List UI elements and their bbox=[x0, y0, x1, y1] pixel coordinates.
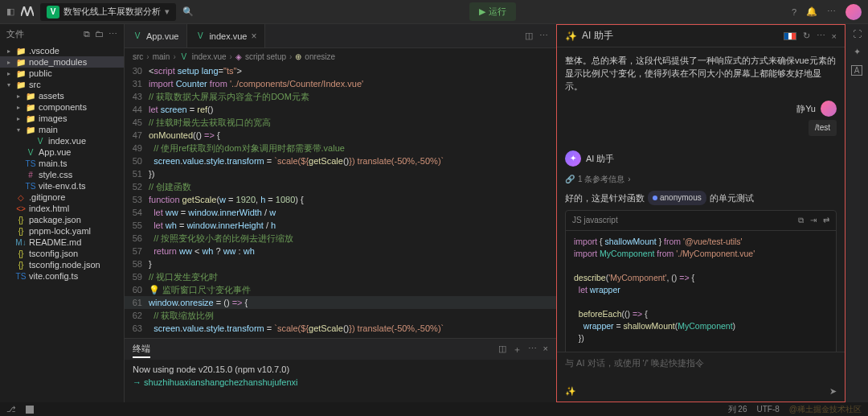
tree-item-index.html[interactable]: <>index.html bbox=[0, 203, 124, 214]
new-file-icon[interactable]: ⧉ bbox=[84, 29, 90, 39]
answer-line: 好的，这是针对函数 anonymous 的单元测试 bbox=[565, 191, 837, 205]
tree-item-vite.config.ts[interactable]: TSvite.config.ts bbox=[0, 270, 124, 282]
code-line: 47onMounted(() => { bbox=[125, 129, 556, 142]
letter-a-icon[interactable]: A bbox=[851, 65, 863, 76]
code-line: 30<script setup lang="ts"> bbox=[125, 64, 556, 77]
more-icon[interactable]: ⋯ bbox=[817, 31, 825, 41]
tree-item-tsconfig.node.json[interactable]: {}tsconfig.node.json bbox=[0, 259, 124, 270]
tree-item-.vscode[interactable]: ▸📁.vscode bbox=[0, 45, 124, 56]
sparkle-icon[interactable]: ✨ bbox=[565, 386, 576, 397]
tree-item-index.vue[interactable]: Vindex.vue bbox=[0, 135, 124, 146]
tree-item-pnpm-lock.yaml[interactable]: {}pnpm-lock.yaml bbox=[0, 225, 124, 237]
username: 静Yu bbox=[796, 102, 816, 115]
ai-intro-text: 整体。总的来看，这段代码提供了一种响应式的方式来确保vue元素的显示比例尺寸变化… bbox=[565, 54, 837, 93]
tab-label: App.vue bbox=[146, 31, 178, 41]
tree-item-main[interactable]: ▾📁main bbox=[0, 124, 124, 135]
tree-item-assets[interactable]: ▸📁assets bbox=[0, 90, 124, 101]
tree-item-README.md[interactable]: M↓README.md bbox=[0, 237, 124, 248]
editor-area: 30<script setup lang="ts">31import Count… bbox=[125, 64, 556, 402]
logo-icon[interactable] bbox=[21, 6, 34, 18]
code-line: 54 let ww = window.innerWidth / w bbox=[125, 206, 556, 219]
close-icon[interactable]: × bbox=[832, 31, 837, 41]
run-label: 运行 bbox=[489, 6, 506, 18]
topbar-center: ▶ 运行 bbox=[202, 2, 784, 21]
tree-item-tsconfig.json[interactable]: {}tsconfig.json bbox=[0, 248, 124, 259]
ai-input-area[interactable]: 与 AI 对话，或使用 '/' 唤起快捷指令 ✨ ➤ bbox=[557, 352, 845, 402]
tab-app-vue[interactable]: V App.vue bbox=[125, 24, 187, 47]
code-line: 49 // 使用ref获取到的dom对象调用时都需要带.value bbox=[125, 142, 556, 154]
tab-index-vue[interactable]: V index.vue × bbox=[187, 24, 265, 47]
topbar-right: ? 🔔 ⋯ bbox=[792, 4, 862, 20]
ai-title: ✨ AI 助手 bbox=[565, 29, 613, 43]
panel-left-icon[interactable]: ◧ bbox=[6, 6, 14, 17]
tree-item-vite-env.d.ts[interactable]: TSvite-env.d.ts bbox=[0, 180, 124, 192]
tree-item-node_modules[interactable]: ▸📁node_modules bbox=[0, 56, 124, 68]
terminal-body[interactable]: Now using node v20.15.0 (npm v10.7.0) → … bbox=[125, 360, 556, 402]
ai-message-row: ✦ AI 助手 bbox=[565, 150, 837, 167]
ai-avatar: ✦ bbox=[565, 150, 581, 167]
project-badge[interactable]: V 数智化线上车展数据分析 ▾ bbox=[40, 3, 176, 21]
insert-icon[interactable]: ⇥ bbox=[810, 214, 817, 227]
bc-item[interactable]: script setup bbox=[245, 52, 286, 61]
more-icon[interactable]: ⋯ bbox=[108, 29, 117, 39]
tree-item-.gitignore[interactable]: ◇.gitignore bbox=[0, 192, 124, 203]
run-button[interactable]: ▶ 运行 bbox=[469, 2, 516, 21]
close-icon[interactable]: × bbox=[543, 344, 548, 356]
code-line: 52// 创建函数 bbox=[125, 180, 556, 193]
history-icon[interactable]: ↻ bbox=[803, 31, 810, 41]
code-lang: JS javascript bbox=[572, 214, 618, 227]
tree-item-src[interactable]: ▾📁src bbox=[0, 79, 124, 90]
tree-item-public[interactable]: ▸📁public bbox=[0, 68, 124, 79]
bc-item[interactable]: index.vue bbox=[192, 52, 227, 61]
maximize-icon[interactable]: ⛶ bbox=[853, 29, 862, 39]
editor-split: 30<script setup lang="ts">31import Count… bbox=[125, 64, 556, 402]
help-icon[interactable]: ? bbox=[792, 7, 796, 17]
cursor-position[interactable]: 列 26 bbox=[728, 404, 747, 415]
more-icon[interactable]: ⋯ bbox=[539, 31, 548, 41]
split-icon[interactable]: ◫ bbox=[525, 31, 533, 41]
sparkle-rail-icon[interactable]: ✦ bbox=[854, 47, 861, 57]
search-icon[interactable]: 🔍 bbox=[182, 6, 194, 17]
code-editor[interactable]: 30<script setup lang="ts">31import Count… bbox=[125, 64, 556, 338]
bc-item[interactable]: main bbox=[153, 52, 170, 61]
flag-icon[interactable] bbox=[784, 32, 796, 40]
code-block-body[interactable]: import { shallowMount } from '@vue/test-… bbox=[566, 231, 836, 352]
close-icon[interactable]: × bbox=[251, 31, 256, 42]
tree-item-package.json[interactable]: {}package.json bbox=[0, 214, 124, 225]
terminal-tab[interactable]: 终端 bbox=[133, 341, 150, 358]
branch-icon[interactable]: ⎇ bbox=[6, 405, 16, 414]
func-icon: ⊕ bbox=[295, 52, 301, 61]
terminal-panel: 终端 ◫ ＋ ⋯ × Now using node v20.15.0 (npm … bbox=[125, 338, 556, 402]
more-icon[interactable]: ⋯ bbox=[827, 6, 836, 17]
more-icon[interactable]: ⋯ bbox=[528, 344, 537, 356]
diff-icon[interactable]: ⇄ bbox=[823, 214, 829, 227]
sidebar-header: 文件 ⧉ 🗀 ⋯ bbox=[0, 24, 124, 43]
code-line: 44let screen = ref() bbox=[125, 103, 556, 116]
add-terminal-icon[interactable]: ＋ bbox=[513, 344, 522, 356]
split-terminal-icon[interactable]: ◫ bbox=[498, 344, 506, 356]
sidebar-actions: ⧉ 🗀 ⋯ bbox=[84, 29, 117, 39]
tree-item-images[interactable]: ▸📁images bbox=[0, 113, 124, 124]
chevron-right-icon: › bbox=[628, 173, 630, 186]
link-icon: 🔗 bbox=[565, 173, 575, 186]
bell-icon[interactable]: 🔔 bbox=[806, 6, 817, 17]
encoding[interactable]: UTF-8 bbox=[757, 405, 780, 414]
tree-item-App.vue[interactable]: VApp.vue bbox=[0, 146, 124, 158]
new-folder-icon[interactable]: 🗀 bbox=[95, 29, 104, 39]
code-line: 55 let wh = window.innerHeight / h bbox=[125, 219, 556, 232]
send-icon[interactable]: ➤ bbox=[829, 386, 837, 397]
tree-item-style.css[interactable]: #style.css bbox=[0, 169, 124, 180]
code-line: 31import Counter from '../components/Cou… bbox=[125, 77, 556, 90]
tree-item-main.ts[interactable]: TSmain.ts bbox=[0, 158, 124, 169]
sidebar-title: 文件 bbox=[6, 28, 24, 40]
ai-actions: ↻ ⋯ × bbox=[784, 31, 837, 41]
copy-icon[interactable]: ⧉ bbox=[798, 214, 804, 227]
references-row[interactable]: 🔗 1 条参考信息 › bbox=[565, 173, 837, 186]
file-sidebar: 文件 ⧉ 🗀 ⋯ ▸📁.vscode▸📁node_modules▸📁public… bbox=[0, 24, 125, 402]
tree-item-components[interactable]: ▸📁components bbox=[0, 101, 124, 113]
code-line: 62 // 获取缩放比例 bbox=[125, 309, 556, 322]
refs-text: 1 条参考信息 bbox=[578, 173, 624, 186]
user-avatar[interactable] bbox=[845, 4, 862, 20]
bc-item[interactable]: onresize bbox=[305, 52, 335, 61]
bc-item[interactable]: src bbox=[133, 52, 143, 61]
